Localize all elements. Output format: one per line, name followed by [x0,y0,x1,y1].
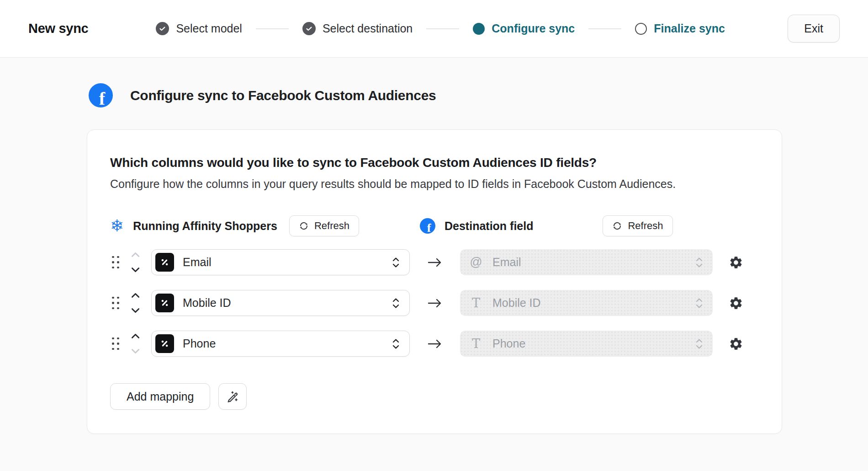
field-settings-button[interactable] [728,336,744,352]
refresh-destination-button[interactable]: Refresh [603,215,672,236]
refresh-icon [612,221,622,231]
page-title: Configure sync to Facebook Custom Audien… [130,88,436,103]
destination-field-select: T Phone [460,331,713,357]
column-icon [155,253,174,272]
mapping-row: Email @ Email [110,249,759,275]
select-chevrons-icon [392,257,399,268]
source-column-value: Mobile ID [183,296,231,310]
wizard-stepper: Select model Select destination Configur… [156,22,725,35]
drag-handle[interactable] [110,336,121,352]
refresh-icon [299,221,309,231]
move-down-button[interactable] [130,266,141,273]
destination-field-value: Phone [492,337,525,350]
mapping-footer: Add mapping [110,383,759,410]
field-settings-button[interactable] [728,254,744,271]
source-header: ❄ Running Affinity Shoppers Refresh [110,215,420,236]
source-column-value: Phone [183,337,216,350]
move-down-button[interactable] [130,348,141,355]
page-title-row: f Configure sync to Facebook Custom Audi… [87,83,868,107]
mapping-row: Phone T Phone [110,331,759,357]
magic-wand-icon [226,390,239,403]
select-chevrons-icon [392,339,399,349]
wizard-title: New sync [28,21,88,36]
current-step-dot-icon [473,23,485,35]
step-label: Configure sync [492,22,575,35]
gear-icon [729,255,743,270]
destination-field-value: Mobile ID [492,296,541,310]
step-connector [426,28,459,29]
drag-handle[interactable] [110,295,121,311]
step-connector [256,28,289,29]
step-connector [588,28,621,29]
select-chevrons-icon [696,298,703,308]
source-column-select[interactable]: Phone [151,331,410,357]
move-up-button[interactable] [130,332,141,340]
move-up-button[interactable] [130,292,141,299]
destination-header: f Destination field Refresh [420,215,673,236]
step-select-destination[interactable]: Select destination [302,22,413,35]
select-chevrons-icon [696,339,703,349]
step-label: Select model [176,22,242,35]
card-subheading: Configure how the columns in your query … [110,177,759,191]
check-circle-icon [156,22,169,35]
column-icon [155,294,174,312]
destination-field-value: Email [492,256,521,269]
destination-field-select: T Mobile ID [460,290,713,316]
add-mapping-button[interactable]: Add mapping [110,383,210,410]
upcoming-step-circle-icon [635,23,647,35]
refresh-label: Refresh [628,220,663,232]
configure-sync-card: Which columns would you like to sync to … [87,129,782,434]
mapping-header-row: ❄ Running Affinity Shoppers Refresh f [110,215,759,236]
move-down-button[interactable] [130,307,141,314]
step-label: Finalize sync [654,22,725,35]
step-select-model[interactable]: Select model [156,22,242,35]
destination-header-label: Destination field [445,219,533,233]
field-settings-button[interactable] [728,295,744,311]
step-configure-sync[interactable]: Configure sync [473,22,575,35]
mapping-row: Mobile ID T Mobile ID [110,290,759,316]
column-icon [155,334,174,353]
card-heading: Which columns would you like to sync to … [110,155,759,170]
gear-icon [729,296,743,310]
mapping-arrow-icon [422,257,448,268]
check-circle-icon [302,22,316,35]
source-column-select[interactable]: Email [151,249,410,275]
main-content: f Configure sync to Facebook Custom Audi… [0,58,868,434]
step-finalize-sync[interactable]: Finalize sync [635,22,725,35]
drag-handle[interactable] [110,254,121,271]
suggest-mappings-button[interactable] [218,383,247,410]
refresh-source-button[interactable]: Refresh [289,215,359,236]
source-model-name: Running Affinity Shoppers [133,219,277,233]
exit-button[interactable]: Exit [788,15,840,43]
gear-icon [729,337,743,351]
wizard-topbar: New sync Select model Select destination… [0,0,868,58]
facebook-icon: f [89,83,113,107]
mapping-arrow-icon [422,339,448,349]
at-icon: @ [469,255,483,269]
facebook-icon: f [420,218,435,234]
select-chevrons-icon [392,298,399,308]
source-column-select[interactable]: Mobile ID [151,290,410,316]
source-column-value: Email [183,256,212,269]
destination-field-select: @ Email [460,249,713,275]
select-chevrons-icon [696,257,703,268]
move-up-button[interactable] [130,251,141,258]
text-type-icon: T [469,337,483,351]
snowflake-icon: ❄ [110,218,124,234]
refresh-label: Refresh [314,220,349,232]
step-label: Select destination [323,22,413,35]
mapping-arrow-icon [422,298,448,308]
text-type-icon: T [469,296,483,310]
